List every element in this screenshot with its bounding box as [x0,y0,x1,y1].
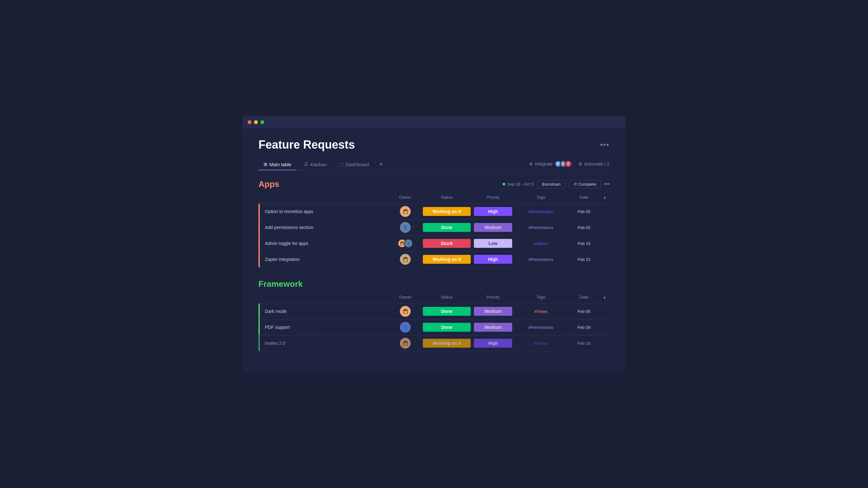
minimize-button[interactable] [254,120,258,124]
main-content: Feature Requests ••• ⊞ Main table ☰ Kanb… [243,129,625,372]
col-header-date: Date [568,295,600,301]
date-cell: Feb 15 [568,341,600,346]
apps-table-header: Owner Status Priority Tags Date + [258,193,610,204]
avatar: 👤 [400,222,411,233]
priority-cell[interactable]: High [472,255,514,264]
maximize-button[interactable] [260,120,264,124]
col-header-date: Date [568,195,600,202]
table-row[interactable]: Dark mode 👩 Done Medium #Views Feb 05 [258,304,610,320]
avatar-multi: 👩 👤 [398,239,413,248]
tag: #Views [534,309,548,314]
avatar: 👩 [400,254,411,265]
section-apps-meta: Sep 28 - Oct 5 Burndown ↺ Complete ••• [503,180,610,189]
dashboard-icon: ⬚ [340,162,344,167]
row-accent [258,252,260,267]
date-cell: Feb 05 [568,309,600,314]
col-header-add[interactable]: + [600,195,610,202]
priority-cell[interactable]: Low [472,239,514,248]
col-header-tags: Tags [514,195,568,202]
framework-table: Owner Status Priority Tags Date + Dark m… [258,293,610,352]
main-window: Feature Requests ••• ⊞ Main table ☰ Kanb… [243,116,625,372]
row-accent [258,220,260,235]
priority-cell[interactable]: Medium [472,323,514,332]
date-cell: Feb 15 [568,241,600,246]
row-name: Invites 2.0 [258,340,389,346]
status-cell[interactable]: Working on it [421,207,472,216]
status-cell[interactable]: Done [421,307,472,316]
priority-cell[interactable]: High [472,207,514,216]
status-badge: Working on it [423,255,471,264]
table-row[interactable]: PDF support 👤 Done Medium #Permissions F… [258,320,610,335]
col-header-add[interactable]: + [600,295,610,301]
tags-cell: #Permissions [514,257,568,262]
status-badge: Stuck [423,239,471,248]
complete-button[interactable]: ↺ Complete [569,180,601,189]
date-cell: Feb 05 [568,209,600,214]
col-header-status: Status [421,195,472,202]
table-row[interactable]: Option to monetize apps 👩 Working on it … [258,204,610,220]
section-apps-title: Apps [258,179,279,189]
avatar: 👤 [400,322,411,333]
date-cell: Feb 02 [568,225,600,230]
row-accent [258,304,260,319]
tag: #Permissions [528,225,553,230]
tag: #Admin [534,341,548,346]
section-apps-header: Apps Sep 28 - Oct 5 Burndown ↺ Complete … [258,179,610,189]
tab-actions: ⊕ Integrate M G Z ⚙ Automate / 2 [529,160,610,169]
col-header-owner: Owner [389,195,421,202]
table-row[interactable]: Admin toggle for apps 👩 👤 Stuck Low [258,236,610,252]
priority-badge: Medium [474,323,512,332]
status-badge: Done [423,307,471,316]
avatar: 👩 [400,206,411,217]
add-tab-button[interactable]: + [377,160,385,169]
status-cell[interactable]: Stuck [421,239,472,248]
tab-dashboard[interactable]: ⬚ Dashboard [335,159,374,170]
status-cell[interactable]: Done [421,323,472,332]
col-header-status: Status [421,295,472,301]
section-apps: Apps Sep 28 - Oct 5 Burndown ↺ Complete … [258,179,610,268]
priority-cell[interactable]: Medium [472,307,514,316]
tags-cell: #Permissions [514,225,568,230]
date-range-text: Sep 28 - Oct 5 [507,182,534,187]
priority-badge: High [474,255,512,264]
col-header-owner: Owner [389,295,421,301]
owner-cell: 👤 [389,222,421,233]
table-row[interactable]: Zapier integration 👩 Working on it High … [258,252,610,268]
more-options-button[interactable]: ••• [600,141,610,149]
owner-cell: 👤 [389,322,421,333]
tags-cell: #Monetization [514,209,568,214]
table-row[interactable]: Invites 2.0 👩 Working on it High #Admin … [258,335,610,352]
priority-badge: Medium [474,223,512,232]
titlebar [243,116,625,129]
tab-kanban[interactable]: ☰ Kanban [299,159,332,170]
integrate-icon: ⊕ [529,161,533,166]
priority-cell[interactable]: Medium [472,223,514,232]
integrate-button[interactable]: ⊕ Integrate M G Z [529,160,571,167]
section-more-button[interactable]: ••• [604,181,610,187]
section-framework: Framework Owner Status Priority Tags Dat… [258,279,610,352]
priority-badge: High [474,339,512,348]
table-row[interactable]: Add permissions section 👤 Done Medium #P… [258,220,610,236]
close-button[interactable] [248,120,251,124]
tag: #Admin [534,241,548,246]
tab-dashboard-label: Dashboard [346,162,369,167]
framework-table-header: Owner Status Priority Tags Date + [258,293,610,304]
status-cell[interactable]: Working on it [421,339,472,348]
burndown-button[interactable]: Burndown [537,180,565,189]
tab-bar: ⊞ Main table ☰ Kanban ⬚ Dashboard + ⊕ In… [258,159,610,170]
tag: #Permissions [528,325,553,330]
complete-icon: ↺ [574,182,577,187]
automate-button[interactable]: ⚙ Automate / 2 [578,161,610,166]
row-name: Zapier integration [258,257,389,262]
row-name: Add permissions section [258,225,389,230]
avatar-badge-3: Z [565,160,572,167]
priority-cell[interactable]: High [472,339,514,348]
row-accent [258,204,260,220]
owner-cell: 👩 👤 [389,239,421,248]
status-cell[interactable]: Done [421,223,472,232]
tag: #Monetization [528,209,554,214]
priority-badge: Low [474,239,512,248]
date-cell: Feb 23 [568,257,600,262]
tab-main-table[interactable]: ⊞ Main table [258,159,297,170]
status-cell[interactable]: Working on it [421,255,472,264]
